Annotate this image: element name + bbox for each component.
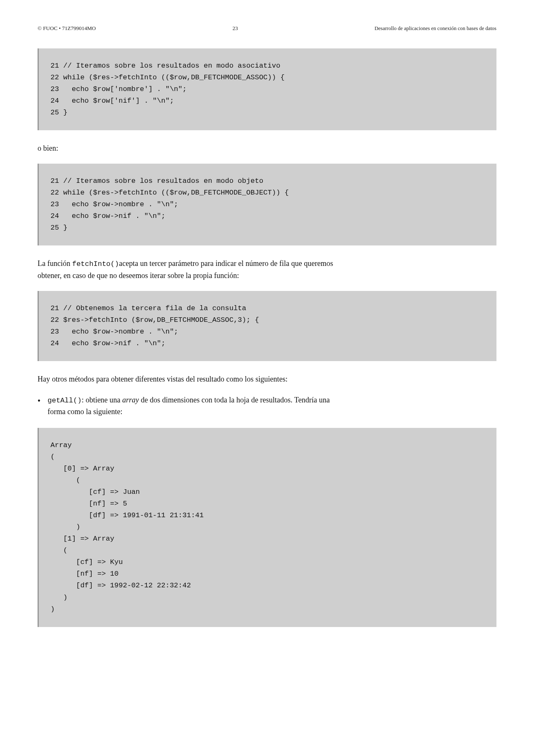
paragraph-or-else: o bien: bbox=[38, 143, 338, 154]
inline-code-fetchinto: fetchInto() bbox=[72, 260, 119, 268]
header-right: Desarrollo de aplicaciones en conexión c… bbox=[375, 25, 496, 32]
bullet-em-array: array bbox=[122, 396, 139, 404]
code-block-object: 21 // Iteramos sobre los resultados en m… bbox=[38, 164, 496, 245]
page-number: 23 bbox=[232, 25, 238, 32]
page-header: © FUOC • 71Z799014MO 23 Desarrollo de ap… bbox=[38, 25, 496, 32]
bullet-list: getAll(): obtiene una array de dos dimen… bbox=[38, 394, 346, 418]
paragraph-fetchinto: La función fetchInto()acepta un tercer p… bbox=[38, 258, 338, 281]
paragraph-other-methods: Hay otros métodos para obtener diferente… bbox=[38, 374, 338, 385]
code-block-array-output: Array ( [0] => Array ( [cf] => Juan [nf]… bbox=[38, 428, 496, 627]
inline-code-getall: getAll() bbox=[48, 397, 82, 405]
text-pre: La función bbox=[38, 259, 72, 268]
code-block-assoc: 21 // Iteramos sobre los resultados en m… bbox=[38, 48, 496, 130]
list-item: getAll(): obtiene una array de dos dimen… bbox=[38, 394, 346, 418]
code-block-third-row: 21 // Obtenemos la tercera fila de la co… bbox=[38, 291, 496, 361]
bullet-text-a: : obtiene una bbox=[82, 396, 122, 404]
header-left: © FUOC • 71Z799014MO bbox=[38, 25, 96, 32]
